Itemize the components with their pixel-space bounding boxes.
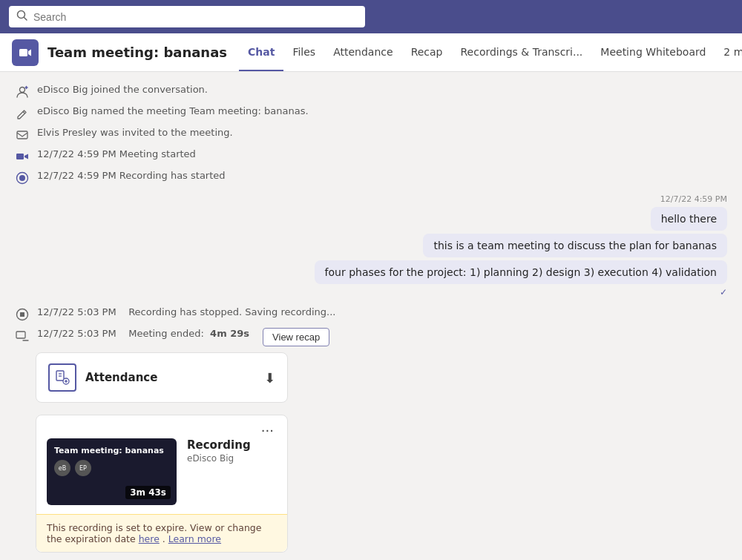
svg-rect-11 [20,312,24,317]
system-msg-invited: Elvis Presley was invited to the meeting… [15,127,727,142]
more-options-button[interactable]: ··· [258,423,277,438]
svg-rect-6 [17,131,27,139]
expiry-warning: This recording is set to expire. View or… [36,514,287,552]
tab-recordings[interactable]: Recordings & Transcri... [452,33,592,71]
learn-more-link[interactable]: Learn more [168,533,221,544]
system-msg-recording-started: 12/7/22 4:59 PM Recording has started [15,170,727,185]
svg-rect-2 [19,49,27,56]
outgoing-message-group: 12/7/22 4:59 PM hello there this is a te… [15,194,727,297]
view-recap-button[interactable]: View recap [263,328,329,346]
video-duration: 3m 43s [125,486,171,499]
system-msg-join: eDisco Big joined the conversation. [15,84,727,99]
video-icon [15,149,30,164]
chat-area: eDisco Big joined the conversation. eDis… [0,72,742,559]
app-header: Team meeting: bananas Chat Files Attenda… [0,33,742,72]
system-msg-meeting-started: 12/7/22 4:59 PM Meeting started [15,148,727,164]
meeting-title: Team meeting: bananas [47,45,227,60]
message-read-icon: ✓ [720,287,727,297]
message-bubble-1: hello there [651,207,727,231]
svg-point-9 [19,175,25,181]
attendance-card: Attendance ⬇ [36,352,288,403]
record-stop-icon [15,307,30,322]
svg-rect-7 [16,154,24,159]
edit-icon [15,106,30,121]
avatar-2: EP [75,460,91,476]
attendance-label: Attendance [85,371,157,384]
system-msg-recording-stopped: 12/7/22 5:03 PM Recording has stopped. S… [15,306,727,322]
svg-line-1 [24,18,27,21]
message-timestamp: 12/7/22 4:59 PM [660,194,727,204]
tab-chat[interactable]: Chat [239,33,283,71]
system-msg-named: eDisco Big named the meeting Team meetin… [15,105,727,121]
tab-files[interactable]: Files [283,33,324,71]
join-icon [15,85,30,99]
tab-recap[interactable]: Recap [402,33,452,71]
avatar-1: eB [54,460,70,476]
svg-point-3 [20,88,25,93]
meeting-end-icon [15,329,30,343]
download-attendance-button[interactable]: ⬇ [264,370,275,386]
video-avatars: eB EP [54,460,169,476]
recording-stopped-text: 12/7/22 5:03 PM Recording has stopped. S… [37,306,335,317]
meeting-icon [12,39,39,66]
attendance-icon [48,363,76,392]
recording-info: Recording eDisco Big [187,438,251,464]
search-bar [0,0,742,33]
tab-attendance[interactable]: Attendance [324,33,401,71]
search-input[interactable] [33,11,358,23]
expiry-link[interactable]: here [139,533,160,544]
search-input-wrap[interactable] [9,6,365,27]
meeting-ended-text: 12/7/22 5:03 PM Meeting ended: 4m 29s [37,328,249,339]
svg-rect-12 [16,332,25,338]
record-start-icon [15,171,30,185]
message-bubble-2: this is a team meeting to discuss the pl… [423,234,727,257]
tab-whiteboard[interactable]: Meeting Whiteboard [591,33,715,71]
system-msg-meeting-ended: 12/7/22 5:03 PM Meeting ended: 4m 29s Vi… [15,328,727,346]
search-icon [16,10,27,24]
video-recording-card: ··· Team meeting: bananas eB EP 3m 43s R… [36,415,288,553]
tabs-bar: Chat Files Attendance Recap Recordings &… [239,33,742,71]
message-bubble-3: four phases for the project: 1) planning… [315,260,727,284]
tab-more[interactable]: 2 more ▾ [715,33,742,71]
invite-icon [15,128,30,142]
